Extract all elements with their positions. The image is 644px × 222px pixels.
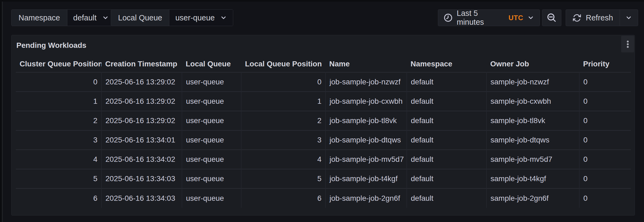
refresh-interval-dropdown[interactable] bbox=[620, 10, 638, 26]
table-cell: 0 bbox=[16, 72, 101, 92]
column-header[interactable]: Creation Timestamp bbox=[101, 56, 182, 72]
vertical-ellipsis-icon bbox=[627, 46, 629, 48]
table-cell: user-queue bbox=[182, 111, 241, 130]
chevron-down-icon bbox=[102, 14, 109, 21]
time-range-label: Last 5 minutes bbox=[457, 9, 504, 27]
table-cell: job-sample-job-tl8vk bbox=[325, 111, 407, 130]
column-header[interactable]: Namespace bbox=[407, 56, 486, 72]
variable-local-queue-value: user-queue bbox=[175, 13, 215, 22]
table-cell: job-sample-job-dtqws bbox=[325, 130, 407, 150]
table-cell: sample-job-t4kgf bbox=[486, 169, 579, 188]
table-cell: 0 bbox=[579, 169, 631, 188]
table-row: 22025-06-16 13:29:02user-queue2job-sampl… bbox=[16, 111, 631, 130]
table-cell: 2025-06-16 13:34:01 bbox=[101, 130, 182, 150]
table-cell: user-queue bbox=[182, 169, 241, 188]
variable-local-queue-label: Local Queue bbox=[111, 10, 169, 26]
table-cell: sample-job-2gn6f bbox=[486, 188, 579, 208]
table-row: 42025-06-16 13:34:02user-queue4job-sampl… bbox=[16, 150, 631, 169]
table-cell: sample-job-dtqws bbox=[486, 130, 579, 150]
table-cell: default bbox=[407, 169, 486, 188]
table-row: 52025-06-16 13:34:03user-queue5job-sampl… bbox=[16, 169, 631, 188]
table-cell: 5 bbox=[16, 169, 101, 188]
table-cell: 0 bbox=[579, 72, 631, 92]
table-cell: 5 bbox=[241, 169, 325, 188]
column-header[interactable]: Name bbox=[325, 56, 407, 72]
column-header[interactable]: Local Queue bbox=[182, 56, 241, 72]
table-cell: sample-job-mv5d7 bbox=[486, 150, 579, 169]
variable-namespace: Namespace default bbox=[11, 9, 115, 26]
time-range-picker[interactable]: Last 5 minutes UTC bbox=[438, 9, 540, 26]
table-cell: job-sample-job-t4kgf bbox=[325, 169, 407, 188]
table-cell: 1 bbox=[241, 92, 325, 111]
table-cell: user-queue bbox=[182, 92, 241, 111]
table-cell: 4 bbox=[16, 150, 101, 169]
column-header[interactable]: Cluster Queue Position bbox=[16, 56, 101, 72]
table-cell: 3 bbox=[16, 130, 101, 150]
table-cell: 0 bbox=[579, 92, 631, 111]
window-left-edge bbox=[0, 0, 2, 222]
pending-workloads-table-wrap: Cluster Queue PositionCreation Timestamp… bbox=[16, 56, 631, 208]
table-cell: default bbox=[407, 130, 486, 150]
column-header[interactable]: Owner Job bbox=[486, 56, 579, 72]
table-cell: 3 bbox=[241, 130, 325, 150]
table-cell: user-queue bbox=[182, 72, 241, 92]
table-cell: user-queue bbox=[182, 150, 241, 169]
panel-title[interactable]: Pending Workloads bbox=[16, 41, 86, 50]
table-cell: 6 bbox=[241, 188, 325, 208]
table-row: 12025-06-16 13:29:02user-queue1job-sampl… bbox=[16, 92, 631, 111]
table-cell: 0 bbox=[241, 72, 325, 92]
table-cell: 2025-06-16 13:34:03 bbox=[101, 169, 182, 188]
table-cell: 2025-06-16 13:34:03 bbox=[101, 188, 182, 208]
table-cell: default bbox=[407, 92, 486, 111]
table-cell: 0 bbox=[579, 188, 631, 208]
variable-namespace-value: default bbox=[73, 13, 97, 22]
table-cell: sample-job-tl8vk bbox=[486, 111, 579, 130]
table-cell: job-sample-job-nzwzf bbox=[325, 72, 407, 92]
timezone-label: UTC bbox=[508, 14, 523, 22]
table-cell: 6 bbox=[16, 188, 101, 208]
table-cell: job-sample-job-mv5d7 bbox=[325, 150, 407, 169]
table-cell: 2 bbox=[241, 111, 325, 130]
table-cell: user-queue bbox=[182, 188, 241, 208]
table-cell: 2 bbox=[16, 111, 101, 130]
table-cell: default bbox=[407, 188, 486, 208]
table-cell: sample-job-nzwzf bbox=[486, 72, 579, 92]
refresh-label: Refresh bbox=[586, 13, 613, 22]
table-cell: 0 bbox=[579, 130, 631, 150]
window-top-edge bbox=[0, 0, 644, 2]
table-header-row: Cluster Queue PositionCreation Timestamp… bbox=[16, 56, 631, 72]
pending-workloads-panel: Pending Workloads Cluster Queue Position… bbox=[11, 35, 635, 216]
vertical-ellipsis-icon bbox=[627, 41, 629, 42]
left-divider bbox=[2, 2, 3, 222]
table-cell: job-sample-job-cxwbh bbox=[325, 92, 407, 111]
table-cell: default bbox=[407, 111, 486, 130]
table-cell: 2025-06-16 13:34:02 bbox=[101, 150, 182, 169]
variable-namespace-dropdown[interactable]: default bbox=[67, 10, 115, 26]
vertical-ellipsis-icon bbox=[627, 43, 629, 45]
clock-icon bbox=[444, 13, 453, 22]
table-cell: 2025-06-16 13:29:02 bbox=[101, 111, 182, 130]
panel-menu-button[interactable] bbox=[621, 36, 634, 52]
table-cell: 2025-06-16 13:29:02 bbox=[101, 92, 182, 111]
magnifier-minus-icon bbox=[547, 13, 557, 23]
column-header[interactable]: Local Queue Position bbox=[241, 56, 325, 72]
table-row: 32025-06-16 13:34:01user-queue3job-sampl… bbox=[16, 130, 631, 150]
variable-local-queue: Local Queue user-queue bbox=[111, 9, 233, 26]
chevron-down-icon bbox=[220, 14, 227, 21]
table-cell: 0 bbox=[579, 150, 631, 169]
table-cell: 2025-06-16 13:29:02 bbox=[101, 72, 182, 92]
chevron-down-icon bbox=[625, 14, 632, 21]
table-cell: job-sample-job-2gn6f bbox=[325, 188, 407, 208]
chevron-down-icon bbox=[527, 14, 534, 21]
variable-namespace-label: Namespace bbox=[12, 10, 67, 26]
pending-workloads-table: Cluster Queue PositionCreation Timestamp… bbox=[16, 56, 631, 208]
table-row: 62025-06-16 13:34:03user-queue6job-sampl… bbox=[16, 188, 631, 208]
table-cell: 1 bbox=[16, 92, 101, 111]
refresh-button[interactable]: Refresh bbox=[566, 10, 620, 26]
column-header[interactable]: Priority bbox=[579, 56, 631, 72]
variable-local-queue-dropdown[interactable]: user-queue bbox=[169, 10, 233, 26]
zoom-out-time-button[interactable] bbox=[542, 9, 561, 26]
table-cell: user-queue bbox=[182, 130, 241, 150]
table-row: 02025-06-16 13:29:02user-queue0job-sampl… bbox=[16, 72, 631, 92]
refresh-group: Refresh bbox=[566, 9, 638, 26]
